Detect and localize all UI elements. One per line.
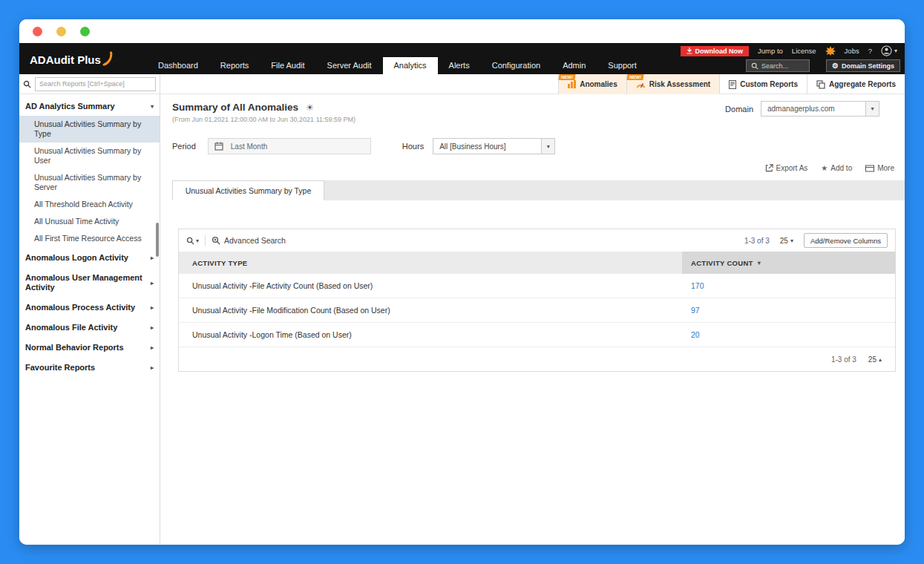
window-zoom-button[interactable] [80,27,90,36]
table-footer: 1-3 of 3 25 ▴ [179,347,895,371]
tab-label: Aggregate Reports [829,80,896,88]
tab-custom-reports[interactable]: Custom Reports [719,74,807,94]
section-label: AD Analytics Summary [25,102,151,111]
report-tab-strip: Unusual Activities Summary by Type [172,180,905,200]
add-to-label: Add to [830,164,852,172]
sidebar-section-ad-analytics-summary[interactable]: AD Analytics Summary ▾ [19,96,160,116]
sidebar-section-anomalous-logon-activity[interactable]: Anomalous Logon Activity ▸ [19,247,160,267]
sidebar-section-anomalous-process-activity[interactable]: Anomalous Process Activity ▸ [19,297,160,317]
section-label: Anomalous Process Activity [25,303,151,312]
nav-tab-file-audit[interactable]: File Audit [260,57,315,74]
sidebar-scrollbar-thumb[interactable] [156,223,159,257]
sidebar-item-unusual-activities-summary-by-server[interactable]: Unusual Activities Summary by Server [19,169,160,196]
activity-count-link[interactable]: 170 [691,281,704,290]
section-label: Anomalous User Management Activity [25,273,151,292]
window-minimize-button[interactable] [56,27,66,36]
chevron-down-icon: ▾ [151,102,154,111]
help-button[interactable]: ? [868,47,872,55]
global-search-box[interactable]: Search... [746,59,810,72]
tab-risk-assessment[interactable]: NEW! Risk Assessment [626,74,719,94]
chevron-right-icon: ▸ [151,323,154,332]
nav-tab-reports[interactable]: Reports [209,57,261,74]
search-icon[interactable] [23,80,31,88]
chevron-down-icon: ▾ [894,47,897,54]
download-now-button[interactable]: Download Now [681,46,750,56]
hours-value: All [Business Hours] [439,142,505,151]
add-to-button[interactable]: ★ Add to [821,164,852,172]
sidebar-item-unusual-activities-summary-by-type[interactable]: Unusual Activities Summary by Type [19,116,160,142]
nav-tab-analytics[interactable]: Analytics [383,57,438,74]
more-button[interactable]: More [865,164,894,172]
license-link[interactable]: License [792,47,816,55]
sidebar-section-normal-behavior-reports[interactable]: Normal Behavior Reports ▸ [19,337,160,357]
sidebar-section-anomalous-user-management-activity[interactable]: Anomalous User Management Activity ▸ [19,267,160,297]
column-search-button[interactable]: ▾ [186,237,199,245]
period-label: Period [172,142,196,151]
nav-tab-dashboard[interactable]: Dashboard [147,57,209,74]
domain-settings-button[interactable]: ⚙ Domain Settings [826,59,900,72]
main-content: NEW! Anomalies NEW! Risk Assessment Cust… [160,74,905,545]
app-window: ADAudit Plus Download Now Jump to Licens… [19,19,905,545]
activity-count-link[interactable]: 97 [691,306,700,315]
jump-to-link[interactable]: Jump to [758,47,783,55]
logo-swoosh-icon [102,52,113,66]
sidebar-item-all-threshold-breach-activity[interactable]: All Threshold Breach Activity [19,196,160,213]
sidebar-item-all-first-time-resource-access[interactable]: All First Time Resource Access [19,230,160,247]
hours-label: Hours [402,142,424,151]
hours-select[interactable]: All [Business Hours] ▾ [433,138,555,154]
nav-tab-admin[interactable]: Admin [551,57,597,74]
chevron-right-icon: ▸ [151,343,154,352]
chevron-right-icon: ▸ [151,363,154,373]
feature-tab-bar: NEW! Anomalies NEW! Risk Assessment Cust… [160,74,905,94]
nav-tab-configuration[interactable]: Configuration [481,57,551,74]
activity-count-link[interactable]: 20 [691,330,700,339]
sidebar-item-all-unusual-time-activity[interactable]: All Unusual Time Activity [19,213,160,230]
sidebar-section-favourite-reports[interactable]: Favourite Reports ▸ [19,357,160,377]
period-value: Last Month [231,142,267,151]
page-size-value: 25 [780,237,788,245]
chevron-down-icon: ▾ [196,237,199,244]
period-input[interactable]: Last Month [208,138,371,154]
tab-label: Custom Reports [740,80,798,88]
advanced-search-button[interactable]: Advanced Search [212,236,286,245]
add-remove-columns-button[interactable]: Add/Remove Columns [804,233,888,248]
table-row: Unusual Activity -File Modification Coun… [179,298,895,323]
activity-type-cell: Unusual Activity -File Activity Count (B… [179,281,682,290]
tab-anomalies[interactable]: NEW! Anomalies [558,74,626,94]
nav-tab-support[interactable]: Support [597,57,648,74]
report-table-card: ▾ Advanced Search 1-3 of 3 25 ▾ Add/Remo… [178,229,896,372]
pagination-range: 1-3 of 3 [744,237,770,245]
page-size-dropdown[interactable]: 25 ▴ [868,355,882,364]
schedule-report-icon[interactable]: ☀ [306,102,314,113]
column-header-activity-type[interactable]: ACTIVITY TYPE [179,252,682,274]
anomalies-icon [568,80,576,88]
more-label: More [877,164,894,172]
toolbar-divider [205,235,206,246]
chevron-right-icon: ▸ [151,303,154,312]
column-header-activity-count[interactable]: ACTIVITY COUNT ▾ [682,252,895,274]
column-header-label: ACTIVITY COUNT [691,259,753,267]
export-as-button[interactable]: Export As [765,164,808,172]
calendar-icon [214,142,223,151]
whats-new-icon[interactable] [825,46,836,56]
window-titlebar [19,19,905,43]
nav-tab-alerts[interactable]: Alerts [438,57,481,74]
advanced-search-label: Advanced Search [224,236,286,245]
user-menu[interactable]: ▾ [881,45,897,56]
report-search-input[interactable] [35,77,156,91]
nav-tab-server-audit[interactable]: Server Audit [316,57,383,74]
sidebar-section-anomalous-file-activity[interactable]: Anomalous File Activity ▸ [19,317,160,337]
section-label: Normal Behavior Reports [25,343,151,352]
tab-unusual-activities-summary-by-type[interactable]: Unusual Activities Summary by Type [172,180,324,200]
tab-aggregate-reports[interactable]: Aggregate Reports [807,74,905,94]
page-size-dropdown[interactable]: 25 ▾ [780,237,793,245]
jobs-link[interactable]: Jobs [845,47,859,55]
sidebar: AD Analytics Summary ▾ Unusual Activitie… [19,74,160,545]
app-logo-text: ADAudit Plus [30,53,101,66]
star-icon: ★ [821,164,828,172]
app-logo[interactable]: ADAudit Plus [30,52,113,66]
sidebar-item-unusual-activities-summary-by-user[interactable]: Unusual Activities Summary by User [19,142,160,169]
window-close-button[interactable] [33,27,42,36]
download-icon [687,47,692,54]
domain-select[interactable]: admanagerplus.com ▾ [761,101,879,117]
